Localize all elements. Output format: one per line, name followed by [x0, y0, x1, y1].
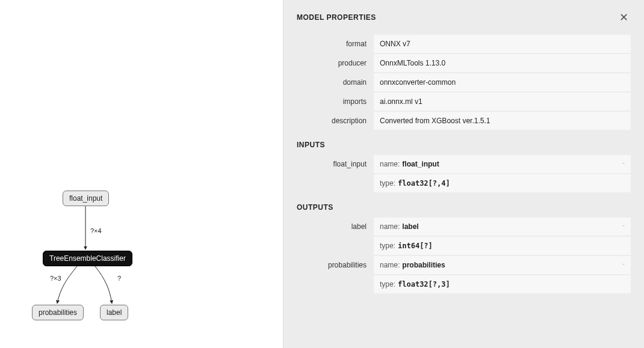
inputs-heading: INPUTS: [283, 131, 644, 154]
graph-output-label-label: label: [107, 308, 122, 317]
output-name-key-label: name:: [380, 222, 400, 231]
graph-canvas[interactable]: float_input ?×4 TreeEnsembleClassifier ?…: [0, 0, 283, 348]
output-name-val-label: label: [402, 222, 418, 231]
output-type-probabilities[interactable]: type: float32[?,3]: [374, 275, 631, 293]
edge-label-top: ?×4: [90, 227, 102, 234]
prop-row-domain: domain onnxconverter-common: [283, 73, 644, 91]
prop-row-description: description Converted from XGBoost ver.1…: [283, 112, 644, 130]
collapse-toggle[interactable]: -: [622, 260, 625, 268]
edge-label-left: ?×3: [50, 275, 61, 282]
graph-output-probabilities-label: probabilities: [39, 308, 77, 317]
panel-title: MODEL PROPERTIES: [297, 13, 376, 22]
input-name-float-input[interactable]: name: float_input -: [374, 155, 631, 173]
prop-value-format-text: ONNX v7: [380, 40, 410, 48]
input-name-key: name:: [380, 160, 400, 168]
output-type-val-label: int64[?]: [398, 242, 433, 250]
graph-op-label: TreeEnsembleClassifier: [49, 254, 126, 263]
graph-input-label: float_input: [69, 194, 102, 203]
prop-row-imports: imports ai.onnx.ml v1: [283, 93, 644, 111]
prop-row-producer: producer OnnxMLTools 1.13.0: [283, 54, 644, 72]
model-properties-group: format ONNX v7 producer OnnxMLTools 1.13…: [283, 30, 644, 130]
prop-value-format[interactable]: ONNX v7: [374, 35, 631, 53]
prop-value-imports[interactable]: ai.onnx.ml v1: [374, 93, 631, 111]
prop-label-producer: producer: [283, 54, 374, 72]
input-name-val: float_input: [402, 160, 439, 168]
edge-label-right: ?: [117, 275, 121, 282]
panel-header: MODEL PROPERTIES ✕: [283, 0, 644, 30]
prop-value-domain-text: onnxconverter-common: [380, 78, 456, 87]
output-name-label[interactable]: name: label -: [374, 218, 631, 236]
prop-row-format: format ONNX v7: [283, 35, 644, 53]
outputs-heading: OUTPUTS: [283, 194, 644, 216]
output-row-label: label name: label - type: int64[?]: [283, 218, 644, 255]
output-type-key-label: type:: [380, 242, 395, 250]
graph-output-probabilities[interactable]: probabilities: [32, 305, 84, 320]
output-row-probabilities: probabilities name: probabilities - type…: [283, 256, 644, 293]
output-label-probabilities: probabilities: [283, 256, 374, 293]
prop-value-producer[interactable]: OnnxMLTools 1.13.0: [374, 54, 631, 72]
graph-op-node[interactable]: TreeEnsembleClassifier: [43, 251, 132, 266]
output-type-label[interactable]: type: int64[?]: [374, 237, 631, 255]
prop-value-producer-text: OnnxMLTools 1.13.0: [380, 59, 445, 67]
input-label-float-input: float_input: [283, 155, 374, 192]
output-name-key-prob: name:: [380, 261, 400, 269]
output-name-val-prob: probabilities: [402, 261, 445, 269]
prop-value-domain[interactable]: onnxconverter-common: [374, 73, 631, 91]
prop-value-imports-text: ai.onnx.ml v1: [380, 97, 423, 106]
input-row-float-input: float_input name: float_input - type: fl…: [283, 155, 644, 192]
close-icon: ✕: [619, 11, 628, 23]
properties-panel: MODEL PROPERTIES ✕ format ONNX v7 produc…: [283, 0, 644, 348]
output-label-label: label: [283, 218, 374, 255]
prop-value-description-text: Converted from XGBoost ver.1.5.1: [380, 117, 490, 125]
input-type-key: type:: [380, 179, 395, 188]
input-type-val: float32[?,4]: [398, 179, 450, 188]
close-button[interactable]: ✕: [617, 11, 631, 24]
collapse-toggle[interactable]: -: [622, 159, 625, 167]
prop-label-format: format: [283, 35, 374, 53]
prop-value-description[interactable]: Converted from XGBoost ver.1.5.1: [374, 112, 631, 130]
prop-label-description: description: [283, 112, 374, 130]
prop-label-imports: imports: [283, 93, 374, 111]
output-name-probabilities[interactable]: name: probabilities -: [374, 256, 631, 274]
graph-edges: [0, 0, 283, 348]
output-type-key-prob: type:: [380, 280, 395, 288]
graph-output-label[interactable]: label: [100, 305, 128, 320]
input-type-float-input[interactable]: type: float32[?,4]: [374, 174, 631, 192]
output-type-val-prob: float32[?,3]: [398, 280, 450, 288]
collapse-toggle[interactable]: -: [622, 221, 625, 230]
prop-label-domain: domain: [283, 73, 374, 91]
graph-input-node[interactable]: float_input: [63, 191, 109, 206]
